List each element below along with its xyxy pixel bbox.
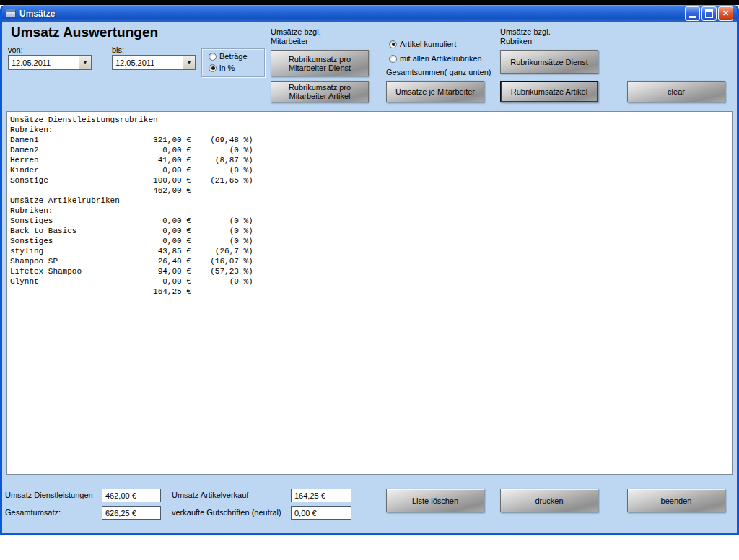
artikel-kumuliert-radio-label: Artikel kumuliert [400, 40, 456, 48]
bis-combobox: ▼ [112, 55, 196, 70]
percent-radio[interactable]: in % [209, 64, 235, 72]
chevron-down-icon: ▼ [187, 60, 192, 65]
umsaetze-window: Umsätze ✕ Umsatz Auswertungen von: ▼ bis… [0, 5, 739, 535]
von-label: von: [8, 45, 23, 54]
umsatz-dienstleistungen-label: Umsatz Dienstleistungen [5, 491, 93, 499]
maximize-button[interactable] [701, 6, 717, 21]
titlebar[interactable]: Umsätze ✕ [2, 5, 737, 22]
alle-artikelrubriken-radio[interactable]: mit allen Artikelrubriken [389, 54, 482, 63]
radio-icon [389, 40, 397, 48]
von-dropdown-button[interactable]: ▼ [79, 56, 91, 69]
betraege-radio-label: Beträge [219, 52, 248, 61]
radio-icon [389, 55, 397, 63]
gesamtumsatz-field[interactable] [102, 506, 161, 520]
alle-artikelrubriken-radio-label: mit allen Artikelrubriken [400, 54, 482, 63]
window-body: Umsatz Auswertungen von: ▼ bis: ▼ Beträg… [2, 22, 737, 533]
page-title: Umsatz Auswertungen [11, 25, 158, 40]
liste-loeschen-button[interactable]: Liste löschen [386, 489, 484, 512]
umsaetze-je-mitarbeiter-button[interactable]: Umsätze je Mitarbeiter [386, 81, 484, 102]
rubriken-caption: Umsätze bzgl. Rubriken [500, 27, 551, 46]
gutschriften-field[interactable] [291, 506, 351, 520]
close-button[interactable]: ✕ [718, 6, 733, 21]
rubrikumsatz-pro-mitarbeiter-dienst-button[interactable]: Rubrikumsatz pro Mitarbeiter Dienst [271, 50, 369, 76]
mitarbeiter-caption: Umsätze bzgl. Mitarbeiter [271, 27, 321, 46]
radio-icon [209, 64, 217, 72]
desktop-strip [0, 0, 739, 5]
artikel-kumuliert-radio[interactable]: Artikel kumuliert [389, 40, 456, 48]
umsatz-dienstleistungen-field[interactable] [102, 489, 161, 502]
close-icon: ✕ [722, 9, 729, 18]
umsatz-artikelverkauf-field[interactable] [291, 489, 351, 502]
report-textbox[interactable]: Umsätze Dienstleistungsrubriken Rubriken… [6, 111, 733, 475]
bis-label: bis: [112, 45, 124, 54]
clear-button[interactable]: clear [627, 81, 725, 102]
beenden-button[interactable]: beenden [627, 489, 725, 512]
minimize-button[interactable] [685, 6, 700, 21]
betraege-radio[interactable]: Beträge [209, 52, 248, 61]
rubrikumsaetze-dienst-button[interactable]: Rubrikumsätze Dienst [500, 50, 598, 74]
percent-radio-label: in % [219, 64, 235, 72]
window-icon[interactable] [6, 9, 16, 18]
chevron-down-icon: ▼ [83, 60, 88, 65]
mode-groupbox: Beträge in % [201, 48, 265, 77]
screen: Umsätze ✕ Umsatz Auswertungen von: ▼ bis… [0, 0, 739, 560]
rubrikumsaetze-artikel-button[interactable]: Rubrikumsätze Artikel [500, 81, 598, 102]
drucken-button[interactable]: drucken [500, 489, 598, 512]
gesamtumsatz-label: Gesamtumsatz: [5, 508, 61, 517]
bis-date-input[interactable] [113, 56, 183, 69]
von-date-input[interactable] [9, 56, 79, 69]
rubrikumsatz-pro-mitarbeiter-artikel-button[interactable]: Rubrikumsatz pro Mitarbeiter Artikel [271, 81, 369, 102]
gesamtsummen-label: Gesamtsummen( ganz unten) [386, 68, 491, 76]
umsatz-artikelverkauf-label: Umsatz Artikelverkauf [172, 491, 248, 499]
gutschriften-label: verkaufte Gutschriften (neutral) [172, 508, 281, 517]
window-controls: ✕ [685, 6, 733, 21]
window-title: Umsätze [19, 9, 55, 19]
von-combobox: ▼ [8, 55, 92, 70]
bis-dropdown-button[interactable]: ▼ [183, 56, 195, 69]
radio-icon [209, 53, 217, 61]
